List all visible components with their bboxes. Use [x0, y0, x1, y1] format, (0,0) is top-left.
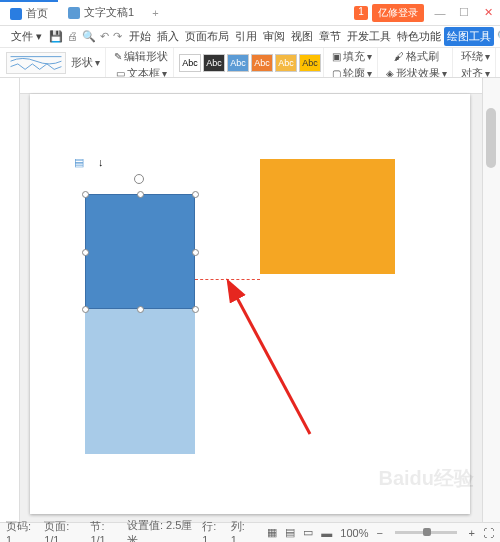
- status-col: 列: 1: [231, 519, 251, 542]
- scrollbar-thumb[interactable]: [486, 108, 496, 168]
- resize-handle[interactable]: [82, 306, 89, 313]
- style-preset-4[interactable]: Abc: [251, 54, 273, 72]
- login-button[interactable]: 亿修登录: [372, 4, 424, 22]
- shape-orange-rect[interactable]: [260, 159, 395, 274]
- menu-page[interactable]: 页面布局: [182, 29, 232, 44]
- new-tab-button[interactable]: +: [144, 7, 166, 19]
- minimize-button[interactable]: —: [428, 7, 452, 19]
- effects-button[interactable]: ◈ 形状效果▾: [383, 65, 450, 78]
- undo-button[interactable]: ↶: [100, 30, 109, 43]
- fill-button[interactable]: ▣ 填充▾: [329, 48, 375, 65]
- resize-handle[interactable]: [192, 306, 199, 313]
- status-pages[interactable]: 页面: 1/1: [44, 519, 82, 542]
- resize-handle[interactable]: [192, 249, 199, 256]
- watermark: Baidu经验: [378, 465, 474, 492]
- resize-handle[interactable]: [82, 191, 89, 198]
- print-icon[interactable]: 🖨: [67, 30, 78, 43]
- menu-dev[interactable]: 开发工具: [344, 29, 394, 44]
- down-arrow-icon: ↓: [98, 156, 104, 169]
- menu-start[interactable]: 开始: [126, 29, 154, 44]
- wrap-button[interactable]: 环绕▾: [458, 48, 493, 65]
- menubar: 文件 ▾ 💾 🖨 🔍 ↶ ↷ 开始 插入 页面布局 引用 审阅 视图 章节 开发…: [0, 26, 500, 48]
- resize-handle[interactable]: [82, 249, 89, 256]
- style-preset-5[interactable]: Abc: [275, 54, 297, 72]
- status-pos: 设置值: 2.5厘米: [127, 518, 194, 543]
- save-icon[interactable]: 💾: [49, 30, 63, 43]
- document-area: ▤ ↓ Baidu经验: [0, 78, 500, 522]
- search-button[interactable]: 🔍 查找: [494, 29, 500, 44]
- menu-file[interactable]: 文件 ▾: [8, 29, 45, 44]
- style-preset-6[interactable]: Abc: [299, 54, 321, 72]
- rotate-handle[interactable]: [134, 174, 144, 184]
- ribbon: 形状▾ ✎ 编辑形状 ▭ 文本框▾ Abc Abc Abc Abc Abc Ab…: [0, 48, 500, 78]
- align-button[interactable]: 对齐▾: [458, 65, 493, 78]
- menu-drawtools[interactable]: 绘图工具: [444, 27, 494, 46]
- tab-home[interactable]: 首页: [0, 0, 58, 25]
- preview-icon[interactable]: 🔍: [82, 30, 96, 43]
- menu-special[interactable]: 特色功能: [394, 29, 444, 44]
- fullscreen-button[interactable]: ⛶: [483, 527, 494, 539]
- resize-handle[interactable]: [137, 191, 144, 198]
- vertical-ruler[interactable]: [0, 78, 20, 522]
- resize-handle[interactable]: [192, 191, 199, 198]
- style-preset-3[interactable]: Abc: [227, 54, 249, 72]
- notification-badge[interactable]: 1: [354, 6, 368, 20]
- annotation-arrow: [200, 274, 350, 474]
- outline-button[interactable]: ▢ 轮廓▾: [329, 65, 375, 78]
- zoom-slider[interactable]: [395, 531, 457, 534]
- lines-preview-icon[interactable]: [6, 52, 66, 74]
- status-page[interactable]: 页码: 1: [6, 519, 36, 542]
- textbox-button[interactable]: ▭ 文本框▾: [113, 65, 170, 78]
- zoom-label[interactable]: 100%: [340, 527, 368, 539]
- status-row: 行: 1: [202, 519, 222, 542]
- tab-doc[interactable]: 文字文稿1: [58, 1, 144, 24]
- menu-section[interactable]: 章节: [316, 29, 344, 44]
- statusbar: 页码: 1 页面: 1/1 节: 1/1 设置值: 2.5厘米 行: 1 列: …: [0, 522, 500, 542]
- menu-view[interactable]: 视图: [288, 29, 316, 44]
- menu-ref[interactable]: 引用: [232, 29, 260, 44]
- tab-label: 文字文稿1: [84, 5, 134, 20]
- menu-review[interactable]: 审阅: [260, 29, 288, 44]
- style-preset-1[interactable]: Abc: [179, 54, 201, 72]
- tab-label: 首页: [26, 6, 48, 21]
- home-icon: [10, 8, 22, 20]
- style-preset-2[interactable]: Abc: [203, 54, 225, 72]
- redo-button[interactable]: ↷: [113, 30, 122, 43]
- view-mode-icon[interactable]: ▦: [267, 526, 277, 539]
- maximize-button[interactable]: ☐: [452, 6, 476, 19]
- titlebar: 首页 文字文稿1 + 1 亿修登录 — ☐ ✕: [0, 0, 500, 26]
- alignment-guide: [195, 279, 260, 280]
- format-brush-button[interactable]: 🖌 格式刷: [391, 48, 442, 65]
- edit-shape-button[interactable]: ✎ 编辑形状: [111, 48, 171, 65]
- view-mode-icon[interactable]: ▤: [285, 526, 295, 539]
- layout-tag-icon[interactable]: ▤: [74, 156, 84, 169]
- status-section: 节: 1/1: [90, 519, 119, 542]
- zoom-out-button[interactable]: −: [376, 527, 382, 539]
- close-button[interactable]: ✕: [476, 6, 500, 19]
- doc-icon: [68, 7, 80, 19]
- zoom-in-button[interactable]: +: [469, 527, 475, 539]
- resize-handle[interactable]: [137, 306, 144, 313]
- page[interactable]: ▤ ↓: [30, 94, 470, 514]
- view-mode-icon[interactable]: ▬: [321, 527, 332, 539]
- menu-insert[interactable]: 插入: [154, 29, 182, 44]
- svg-line-0: [235, 294, 310, 434]
- shape-dropdown[interactable]: 形状▾: [68, 54, 103, 71]
- shape-blue-rect-selected[interactable]: [85, 194, 195, 309]
- vertical-scrollbar[interactable]: [482, 78, 500, 522]
- floating-tags: ▤ ↓: [74, 156, 104, 169]
- zoom-thumb[interactable]: [423, 528, 431, 536]
- view-mode-icon[interactable]: ▭: [303, 526, 313, 539]
- canvas[interactable]: ▤ ↓: [20, 78, 482, 522]
